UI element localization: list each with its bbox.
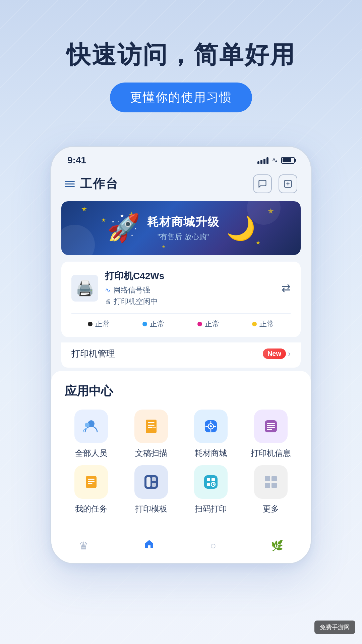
chevron-right-icon: › (288, 349, 291, 359)
svg-rect-9 (153, 427, 156, 428)
app-item-consumables[interactable]: 耗材商城 (184, 410, 238, 459)
phone-frame: 9:41 ∿ 工作台 (50, 146, 312, 564)
app-grid: 全部人员 文稿扫描 (65, 410, 297, 514)
print-template-icon (134, 465, 168, 499)
add-button[interactable] (279, 174, 297, 193)
svg-rect-24 (152, 477, 156, 481)
svg-rect-23 (146, 477, 150, 487)
hamburger-icon[interactable] (65, 181, 75, 187)
svg-rect-13 (265, 420, 277, 432)
printer-wifi-icon: ∿ (105, 286, 111, 294)
all-staff-icon (74, 410, 108, 443)
app-item-my-tasks[interactable]: 我的任务 (65, 465, 118, 514)
printer-icon: 🖨️ (71, 275, 98, 302)
ink-label-black: 正常 (95, 319, 110, 329)
scan-print-icon (194, 465, 228, 499)
svg-rect-27 (207, 478, 210, 481)
app-item-more[interactable]: 更多 (244, 465, 298, 514)
app-item-scan-print[interactable]: 扫码打印 (184, 465, 238, 514)
home-icon (143, 538, 155, 553)
svg-rect-7 (148, 425, 155, 426)
ink-dot-black (88, 322, 93, 326)
svg-rect-5 (146, 420, 157, 433)
svg-rect-19 (88, 479, 95, 480)
logo-icon: 🌿 (271, 540, 283, 551)
bottom-nav-crown[interactable]: ♛ (79, 539, 88, 552)
app-label-print-template: 打印模板 (135, 503, 167, 514)
nav-title: 工作台 (80, 176, 118, 192)
svg-rect-17 (267, 429, 272, 430)
more-icon (254, 465, 288, 499)
app-label-all-staff: 全部人员 (75, 448, 107, 459)
printer-info: 打印机C42Ws ∿ 网络信号强 🖨 打印机空闲中 (105, 270, 164, 307)
printer-info-icon (254, 410, 288, 443)
banner-main-text: 耗材商城升级 (147, 214, 220, 230)
wifi-icon: ∿ (272, 156, 278, 165)
header-section: 快速访问，简单好用 更懂你的使用习惯 (0, 0, 362, 132)
chat-icon (258, 179, 267, 189)
svg-rect-25 (152, 483, 156, 487)
battery-icon (281, 157, 295, 164)
printer-signal-row: ∿ 网络信号强 (105, 285, 164, 295)
nav-left: 工作台 (65, 176, 118, 192)
bottom-nav-search[interactable]: ○ (210, 540, 216, 551)
ink-dot-magenta (197, 322, 202, 326)
bottom-nav-logo[interactable]: 🌿 (271, 540, 283, 551)
subtitle-button[interactable]: 更懂你的使用习惯 (110, 83, 252, 112)
ink-levels: 正常 正常 正常 正常 (71, 313, 291, 329)
doc-scan-icon (134, 410, 168, 443)
app-item-all-staff[interactable]: 全部人员 (65, 410, 118, 459)
crown-icon: ♛ (79, 539, 88, 552)
ink-label-yellow: 正常 (259, 319, 274, 329)
svg-rect-33 (265, 483, 270, 488)
svg-rect-29 (207, 483, 210, 486)
app-item-print-template[interactable]: 打印模板 (125, 465, 178, 514)
banner-rocket-icon: 🚀 (107, 212, 140, 244)
app-item-printer-info[interactable]: 打印机信息 (244, 410, 298, 459)
ink-label-magenta: 正常 (205, 319, 220, 329)
chat-button[interactable] (253, 174, 272, 193)
ink-item-cyan: 正常 (142, 319, 165, 329)
printer-status-icon: 🖨 (105, 298, 111, 305)
svg-rect-28 (212, 478, 215, 481)
ink-label-cyan: 正常 (150, 319, 165, 329)
svg-rect-32 (272, 476, 277, 481)
svg-point-4 (85, 423, 89, 427)
new-badge-row: New › (263, 348, 291, 359)
app-nav: 工作台 (51, 169, 311, 199)
svg-rect-34 (272, 483, 277, 488)
app-center-card: 应用中心 全部人员 (51, 371, 311, 531)
app-item-doc-scan[interactable]: 文稿扫描 (125, 410, 178, 459)
svg-rect-15 (267, 425, 275, 426)
printer-signal-text: 网络信号强 (113, 285, 150, 295)
printer-mgmt-row[interactable]: 打印机管理 New › (61, 342, 301, 368)
printer-header: 🖨️ 打印机C42Ws ∿ 网络信号强 🖨 打印机空闲中 ⇄ (71, 270, 291, 307)
switch-icon[interactable]: ⇄ (282, 282, 291, 294)
page-title: 快速访问，简单好用 (27, 40, 335, 69)
printer-idle-text: 打印机空闲中 (114, 297, 158, 307)
printer-name: 打印机C42Ws (105, 270, 164, 282)
svg-rect-21 (88, 483, 93, 484)
banner-content: 🚀 耗材商城升级 "有售后 放心购" 🌙 (61, 212, 301, 244)
app-label-my-tasks: 我的任务 (75, 503, 107, 514)
app-label-more: 更多 (263, 503, 279, 514)
app-label-doc-scan: 文稿扫描 (135, 448, 167, 459)
svg-rect-31 (265, 476, 270, 481)
svg-rect-14 (267, 423, 275, 424)
bottom-nav-home[interactable] (143, 538, 155, 553)
ink-dot-yellow (252, 322, 257, 326)
ink-item-magenta: 正常 (197, 319, 220, 329)
svg-rect-6 (148, 422, 155, 423)
banner-moon-icon: 🌙 (226, 214, 255, 242)
printer-left: 🖨️ 打印机C42Ws ∿ 网络信号强 🖨 打印机空闲中 (71, 270, 164, 307)
banner-text: 耗材商城升级 "有售后 放心购" (147, 214, 220, 242)
ink-dot-cyan (142, 322, 147, 326)
status-time: 9:41 (67, 155, 86, 166)
printer-card: 🖨️ 打印机C42Ws ∿ 网络信号强 🖨 打印机空闲中 ⇄ (61, 262, 301, 337)
nav-right (253, 174, 297, 193)
promo-banner[interactable]: 🚀 耗材商城升级 "有售后 放心购" 🌙 (61, 201, 301, 255)
svg-rect-16 (267, 427, 275, 428)
printer-mgmt-label: 打印机管理 (71, 348, 115, 360)
app-label-consumables: 耗材商城 (195, 448, 227, 459)
svg-rect-20 (88, 481, 95, 482)
